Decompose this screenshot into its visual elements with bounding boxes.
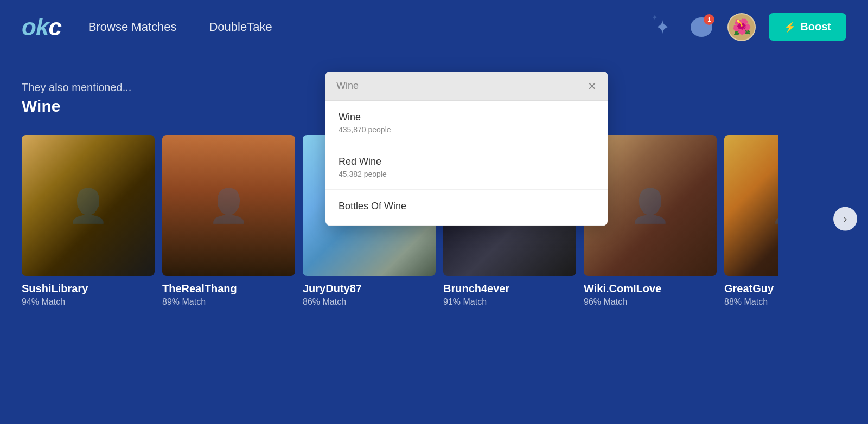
profile-photo: 👤: [22, 135, 155, 276]
dropdown-item-name: Red Wine: [339, 156, 595, 168]
search-dropdown: Wine ✕ Wine 435,870 people Red Wine 45,3…: [326, 72, 608, 226]
header: okc Browse Matches DoubleTake ✦ ✦ 1 🌺 ⚡ …: [0, 0, 868, 54]
dropdown-item[interactable]: Bottles Of Wine: [326, 190, 608, 226]
profile-match: 86% Match: [303, 297, 436, 307]
logo[interactable]: okc: [22, 14, 61, 41]
doubletake-link[interactable]: DoubleTake: [209, 20, 272, 34]
dropdown-search-text: Wine: [336, 80, 359, 92]
dropdown-item-name: Bottles Of Wine: [339, 201, 595, 212]
profile-match: 91% Match: [443, 297, 576, 307]
browse-matches-link[interactable]: Browse Matches: [88, 20, 177, 34]
header-actions: ✦ ✦ 1 🌺 ⚡ Boost: [649, 13, 846, 41]
logo-text: okc: [22, 14, 61, 41]
dropdown-close-button[interactable]: ✕: [588, 81, 597, 92]
profile-card[interactable]: 👤 SushiLibrary 94% Match: [22, 135, 155, 307]
profile-name: TheRealThang: [162, 282, 295, 295]
dropdown-item[interactable]: Wine 435,870 people: [326, 101, 608, 145]
profile-name: GreatGuy: [724, 282, 778, 295]
messages-button[interactable]: 1: [688, 14, 714, 40]
profile-name: Wiki.ComILove: [584, 282, 717, 295]
profile-card[interactable]: 👤 TheRealThang 89% Match: [162, 135, 295, 307]
profile-match: 94% Match: [22, 297, 155, 307]
profile-name: SushiLibrary: [22, 282, 155, 295]
user-avatar[interactable]: 🌺: [727, 13, 756, 41]
profile-photo: 👤: [724, 135, 778, 276]
star-icon: ✦ ✦: [655, 16, 670, 38]
notification-badge: 1: [704, 14, 714, 25]
dropdown-header: Wine ✕: [326, 72, 608, 101]
profile-photo: 👤: [162, 135, 295, 276]
profile-match: 89% Match: [162, 297, 295, 307]
profile-name: Brunch4ever: [443, 282, 576, 295]
profile-name: JuryDuty87: [303, 282, 436, 295]
next-arrow-button[interactable]: ›: [833, 207, 857, 230]
main-content: They also mentioned... Wine 👤 SushiLibra…: [0, 54, 868, 323]
boost-lightning-icon: ⚡: [784, 21, 796, 33]
profile-match: 96% Match: [584, 297, 717, 307]
likes-button[interactable]: ✦ ✦: [649, 14, 675, 40]
profile-card[interactable]: 👤 GreatGuy 88% Match: [724, 135, 778, 307]
dropdown-item-name: Wine: [339, 112, 595, 123]
dropdown-item[interactable]: Red Wine 45,382 people: [326, 145, 608, 190]
profile-match: 88% Match: [724, 297, 778, 307]
dropdown-item-count: 435,870 people: [339, 125, 595, 134]
boost-label: Boost: [800, 21, 831, 33]
dropdown-items-list: Wine 435,870 people Red Wine 45,382 peop…: [326, 101, 608, 226]
main-nav: Browse Matches DoubleTake: [88, 20, 649, 34]
dropdown-item-count: 45,382 people: [339, 170, 595, 178]
boost-button[interactable]: ⚡ Boost: [769, 13, 846, 41]
